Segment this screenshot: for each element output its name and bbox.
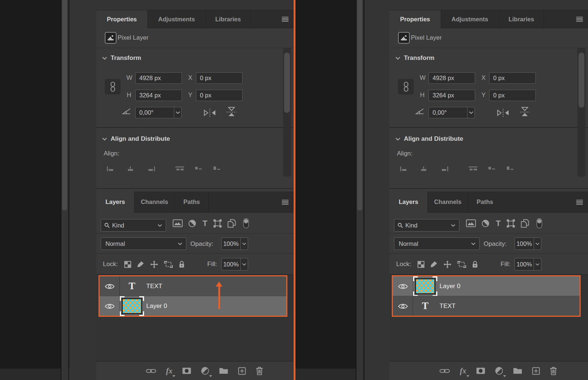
text-layer-thumbnail[interactable]: T <box>120 280 144 292</box>
filter-kind-select[interactable]: Kind <box>101 219 166 232</box>
layer-row-image[interactable]: Layer 0 <box>393 276 580 296</box>
filter-toggle-icon[interactable] <box>243 218 249 229</box>
lock-all-icon[interactable] <box>472 261 478 268</box>
height-input[interactable]: 3264 px <box>135 90 182 101</box>
y-input[interactable]: 0 px <box>196 90 243 101</box>
layer-name[interactable]: TEXT <box>440 302 455 310</box>
align-header[interactable]: Align and Distribute <box>102 135 170 143</box>
properties-panel-menu-icon[interactable] <box>282 17 289 22</box>
lock-image-pixels-icon[interactable] <box>137 261 144 268</box>
filter-smart-objects-icon[interactable] <box>521 219 529 228</box>
filter-shape-layers-icon[interactable] <box>506 219 515 228</box>
constrain-proportions-button[interactable] <box>398 79 414 94</box>
layer-name[interactable]: Layer 0 <box>146 302 167 310</box>
blend-mode-select[interactable]: Normal <box>394 237 480 250</box>
rotation-angle-select[interactable]: 0,00° <box>429 107 475 118</box>
filter-shape-layers-icon[interactable] <box>213 219 222 228</box>
layers-panel-menu-icon[interactable] <box>576 200 583 205</box>
blend-mode-select[interactable]: Normal <box>101 237 186 250</box>
tab-libraries[interactable]: Libraries <box>206 10 251 28</box>
flip-vertical-button[interactable] <box>226 106 237 118</box>
adjustment-layer-icon[interactable] <box>495 367 503 375</box>
chevron-down-icon[interactable] <box>534 238 541 250</box>
filter-pixel-layers-icon[interactable] <box>466 219 476 227</box>
layer-mask-icon[interactable] <box>182 368 191 374</box>
tab-channels[interactable]: Channels <box>428 191 468 212</box>
align-right-edges-icon[interactable] <box>147 166 155 172</box>
align-horizontal-centers-icon[interactable] <box>419 166 428 172</box>
flip-horizontal-button[interactable] <box>496 108 510 118</box>
lock-position-icon[interactable] <box>150 260 158 269</box>
y-input[interactable]: 0 px <box>489 90 536 101</box>
align-right-edges-icon[interactable] <box>440 166 449 172</box>
align-vertical-centers-icon[interactable] <box>487 166 496 172</box>
document-scrollbar-right[interactable] <box>356 0 364 380</box>
tab-adjustments[interactable]: Adjustments <box>148 10 206 28</box>
document-scrollbar-thumb[interactable] <box>62 0 67 211</box>
tab-properties[interactable]: Properties <box>96 10 148 28</box>
properties-scrollbar-thumb[interactable] <box>284 53 290 113</box>
properties-scrollbar-thumb[interactable] <box>578 53 584 108</box>
adjustment-layer-icon[interactable] <box>201 367 209 375</box>
transform-header[interactable]: Transform <box>102 54 141 62</box>
fill-input[interactable]: 100% <box>514 258 541 270</box>
x-input[interactable]: 0 px <box>489 72 536 84</box>
filter-kind-select[interactable]: Kind <box>394 219 459 232</box>
tab-channels[interactable]: Channels <box>135 191 175 212</box>
lock-all-icon[interactable] <box>179 261 185 268</box>
image-layer-thumbnail[interactable] <box>120 298 144 314</box>
tab-layers[interactable]: Layers <box>96 191 135 212</box>
x-input[interactable]: 0 px <box>196 72 243 84</box>
align-left-edges-icon[interactable] <box>400 166 409 172</box>
tab-paths[interactable]: Paths <box>468 191 502 212</box>
constrain-proportions-button[interactable] <box>105 79 121 94</box>
chevron-down-icon[interactable] <box>240 258 248 270</box>
document-scrollbar-thumb[interactable] <box>357 0 362 211</box>
chevron-down-icon[interactable] <box>534 258 541 270</box>
width-input[interactable]: 4928 px <box>429 72 475 84</box>
link-layers-icon[interactable] <box>146 368 156 374</box>
filter-type-layers-icon[interactable]: T <box>496 219 501 227</box>
filter-pixel-layers-icon[interactable] <box>173 219 183 227</box>
tab-paths[interactable]: Paths <box>175 191 209 212</box>
height-input[interactable]: 3264 px <box>429 90 475 101</box>
new-group-folder-icon[interactable] <box>219 368 228 374</box>
layer-row-text[interactable]: T TEXT <box>100 276 286 296</box>
filter-adjustment-layers-icon[interactable] <box>188 219 196 227</box>
visibility-toggle[interactable] <box>393 276 413 296</box>
lock-position-icon[interactable] <box>443 260 452 269</box>
properties-panel-menu-icon[interactable] <box>576 17 583 22</box>
tab-libraries[interactable]: Libraries <box>499 10 544 28</box>
rotation-angle-select[interactable]: 0,00° <box>135 107 182 118</box>
align-top-edges-icon[interactable] <box>175 166 184 172</box>
new-layer-icon[interactable] <box>238 367 246 375</box>
lock-image-pixels-icon[interactable] <box>430 261 438 268</box>
lock-transparency-icon[interactable] <box>124 261 131 268</box>
layers-panel-menu-icon[interactable] <box>282 200 289 205</box>
document-scrollbar-left[interactable] <box>61 0 69 380</box>
width-input[interactable]: 4928 px <box>135 72 182 84</box>
delete-layer-trash-icon[interactable] <box>256 367 263 375</box>
flip-horizontal-button[interactable] <box>203 108 217 118</box>
tab-properties[interactable]: Properties <box>390 10 441 28</box>
layer-name[interactable]: Layer 0 <box>440 283 460 290</box>
align-left-edges-icon[interactable] <box>107 166 115 172</box>
opacity-input[interactable]: 100% <box>221 237 248 250</box>
tab-adjustments[interactable]: Adjustments <box>441 10 499 28</box>
filter-type-layers-icon[interactable]: T <box>202 219 207 227</box>
layer-style-fx-icon[interactable]: fx <box>460 367 466 375</box>
lock-transparency-icon[interactable] <box>417 261 424 268</box>
visibility-toggle[interactable] <box>100 296 120 316</box>
properties-scrollbar-track[interactable] <box>577 48 585 177</box>
align-header[interactable]: Align and Distribute <box>395 135 463 143</box>
chevron-down-icon[interactable] <box>467 107 474 118</box>
chevron-down-icon[interactable] <box>240 238 248 250</box>
layer-name[interactable]: TEXT <box>146 283 162 290</box>
filter-adjustment-layers-icon[interactable] <box>481 219 490 227</box>
visibility-toggle[interactable] <box>100 276 120 296</box>
layer-mask-icon[interactable] <box>476 368 485 374</box>
flip-vertical-button[interactable] <box>519 106 531 118</box>
fill-input[interactable]: 100% <box>221 258 248 270</box>
link-layers-icon[interactable] <box>440 368 450 374</box>
tab-layers[interactable]: Layers <box>390 191 428 212</box>
